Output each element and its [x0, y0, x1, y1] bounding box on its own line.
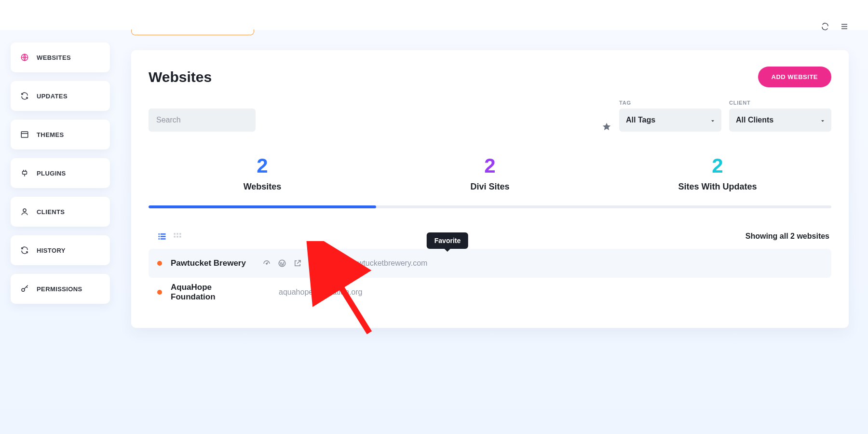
- status-dot: [157, 261, 162, 266]
- sidebar-item-label: WEBSITES: [37, 54, 71, 61]
- sidebar-item-permissions[interactable]: PERMISSIONS: [11, 274, 110, 304]
- grid-view-icon[interactable]: [173, 231, 182, 241]
- sidebar-item-label: PERMISSIONS: [37, 285, 82, 293]
- page-title: Websites: [149, 69, 212, 85]
- person-icon: [20, 207, 29, 216]
- chevron-down-icon: [710, 117, 716, 123]
- select-value: All Tags: [626, 116, 655, 124]
- svg-rect-9: [159, 238, 160, 240]
- svg-rect-7: [159, 236, 160, 237]
- add-website-button[interactable]: ADD WEBSITE: [758, 67, 832, 87]
- sidebar-item-label: CLIENTS: [37, 208, 65, 216]
- sidebar-item-label: UPDATES: [37, 93, 68, 100]
- sidebar-item-clients[interactable]: CLIENTS: [11, 197, 110, 227]
- svg-rect-13: [179, 233, 181, 234]
- showing-count: Showing all 2 websites: [746, 232, 829, 241]
- svg-rect-15: [176, 236, 178, 237]
- top-banner-row: Enable Two Factor Authentication: [131, 28, 849, 37]
- stat-label: Sites With Updates: [678, 182, 757, 192]
- svg-rect-6: [161, 233, 166, 235]
- main-content: Enable Two Factor Authentication Website…: [120, 30, 868, 434]
- website-url: pawtucketbrewery.com: [341, 259, 823, 268]
- svg-rect-5: [159, 233, 160, 235]
- stat-sites-with-updates[interactable]: 2 Sites With Updates: [604, 156, 831, 192]
- website-list: Favorite Pawtucket Brewery pawtucketbrew…: [149, 249, 831, 307]
- stat-divi-sites[interactable]: 2 Divi Sites: [376, 156, 604, 192]
- top-whitespace: [0, 0, 868, 30]
- key-icon: [20, 285, 29, 293]
- search-input[interactable]: [149, 108, 256, 132]
- refresh-icon[interactable]: [821, 22, 829, 31]
- sidebar-item-label: HISTORY: [37, 247, 66, 254]
- topbar-icons: [821, 28, 849, 37]
- svg-rect-14: [174, 236, 176, 237]
- row-action-icons: [262, 259, 333, 268]
- svg-point-17: [266, 263, 267, 264]
- svg-point-3: [23, 209, 26, 212]
- layout-icon: [20, 130, 29, 139]
- client-filter-label: CLIENT: [729, 100, 831, 106]
- refresh-icon: [20, 246, 29, 255]
- refresh-icon: [20, 92, 29, 100]
- client-filter-select[interactable]: All Clients: [729, 108, 831, 132]
- sidebar: WEBSITES UPDATES THEMES PLUGINS CLIENTS: [0, 30, 120, 434]
- sidebar-item-plugins[interactable]: PLUGINS: [11, 158, 110, 188]
- tab-underline: [149, 205, 831, 208]
- stat-label: Divi Sites: [470, 182, 509, 192]
- sidebar-item-themes[interactable]: THEMES: [11, 120, 110, 149]
- svg-rect-16: [179, 236, 181, 237]
- stat-value: 2: [484, 156, 495, 176]
- svg-rect-11: [174, 233, 176, 234]
- svg-rect-2: [23, 171, 27, 174]
- external-link-icon[interactable]: [293, 259, 302, 268]
- svg-rect-10: [161, 238, 166, 240]
- plug-icon: [20, 169, 29, 177]
- menu-icon[interactable]: [840, 22, 849, 31]
- stat-websites[interactable]: 2 Websites: [149, 156, 376, 192]
- website-row[interactable]: AquaHope Foundation aquahopefoundation.o…: [149, 278, 831, 307]
- svg-rect-12: [176, 233, 178, 234]
- stat-value: 2: [712, 156, 723, 176]
- globe-icon: [20, 53, 29, 62]
- svg-rect-1: [21, 132, 28, 137]
- sidebar-item-label: PLUGINS: [37, 170, 66, 177]
- active-tab-indicator: [149, 205, 376, 208]
- two-factor-banner[interactable]: Enable Two Factor Authentication: [131, 29, 254, 35]
- stat-label: Websites: [244, 182, 282, 192]
- stat-value: 2: [257, 156, 268, 176]
- website-name: AquaHope Foundation: [171, 283, 254, 302]
- svg-point-4: [22, 288, 25, 291]
- sidebar-item-updates[interactable]: UPDATES: [11, 81, 110, 111]
- trash-icon[interactable]: [309, 259, 317, 268]
- tag-filter-select[interactable]: All Tags: [619, 108, 721, 132]
- sidebar-item-label: THEMES: [37, 131, 64, 138]
- chevron-down-icon: [820, 117, 826, 123]
- websites-panel: Websites ADD WEBSITE TAG All Tags: [131, 50, 849, 328]
- favorite-tooltip: Favorite: [427, 232, 468, 249]
- website-row[interactable]: Favorite Pawtucket Brewery pawtucketbrew…: [149, 249, 831, 278]
- wordpress-icon[interactable]: [278, 259, 286, 268]
- website-name: Pawtucket Brewery: [171, 258, 254, 268]
- svg-rect-8: [161, 236, 166, 237]
- favorites-filter-icon[interactable]: [602, 122, 611, 132]
- list-view-icon[interactable]: [157, 231, 167, 241]
- status-dot: [157, 290, 162, 295]
- stats-tabs: 2 Websites 2 Divi Sites 2 Sites With Upd…: [149, 156, 831, 192]
- dashboard-icon[interactable]: [262, 259, 271, 268]
- sidebar-item-history[interactable]: HISTORY: [11, 235, 110, 265]
- favorite-star-icon[interactable]: [324, 259, 333, 268]
- select-value: All Clients: [736, 116, 773, 124]
- website-url: aquahopefoundation.org: [271, 288, 823, 297]
- sidebar-item-websites[interactable]: WEBSITES: [11, 42, 110, 72]
- tag-filter-label: TAG: [619, 100, 721, 106]
